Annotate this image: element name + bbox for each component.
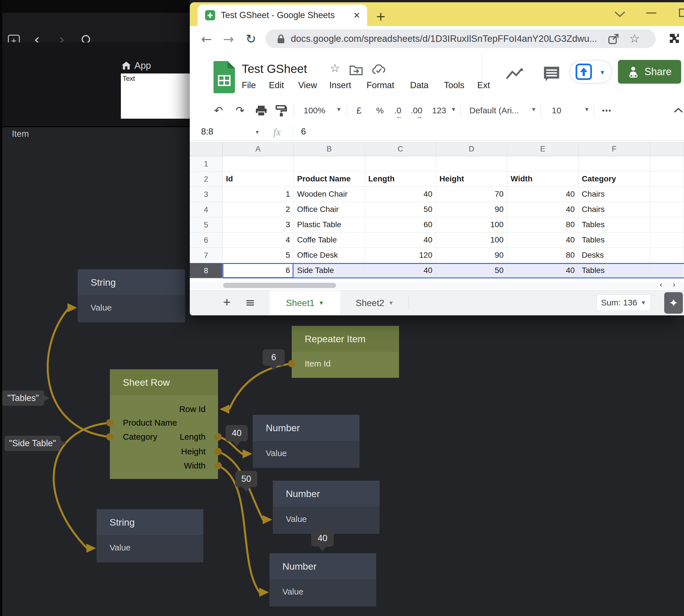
- comment-icon[interactable]: [543, 66, 560, 83]
- all-sheets-icon[interactable]: ≡: [245, 295, 255, 309]
- browser-reload-icon[interactable]: ↻: [246, 26, 256, 52]
- port-category[interactable]: Category: [123, 432, 157, 442]
- port-width[interactable]: Width: [184, 461, 206, 471]
- row-header-5[interactable]: 5: [190, 217, 223, 233]
- port-dot[interactable]: [214, 462, 222, 469]
- cell-A5[interactable]: 3: [223, 217, 294, 233]
- menu-format[interactable]: Format: [367, 80, 394, 90]
- paint-format-icon[interactable]: [276, 105, 287, 117]
- cell-G8[interactable]: [650, 263, 683, 278]
- cell-F5[interactable]: Tables: [578, 217, 650, 233]
- sheet-menu-caret-icon[interactable]: ▼: [319, 300, 324, 306]
- name-box[interactable]: 8:8: [201, 127, 213, 137]
- cell-G7[interactable]: [650, 248, 683, 263]
- cell-E4[interactable]: 40: [507, 202, 578, 217]
- url-field[interactable]: docs.google.com/spreadsheets/d/1D3IRuxIl…: [266, 29, 656, 48]
- move-to-folder-icon[interactable]: [350, 64, 363, 75]
- menu-extensions[interactable]: Ext: [477, 80, 490, 90]
- cell-F3[interactable]: Chairs: [578, 187, 650, 202]
- cell-B4[interactable]: Office Chair: [294, 202, 365, 217]
- more-toolbar-icon[interactable]: •••: [602, 103, 612, 118]
- cell-B5[interactable]: Plastic Table: [294, 217, 365, 233]
- zoom-caret-icon[interactable]: ▼: [336, 106, 342, 113]
- row-header-4[interactable]: 4: [190, 202, 223, 217]
- cell-C5[interactable]: 60: [365, 217, 436, 233]
- scrollbar-thumb[interactable]: [223, 283, 336, 288]
- cell-B1[interactable]: [294, 156, 365, 172]
- tab-close-icon[interactable]: ✕: [353, 10, 360, 20]
- node-number-3[interactable]: Number Value: [269, 553, 376, 607]
- sum-chip[interactable]: Sum: 136 ▼: [596, 294, 651, 311]
- cell-C3[interactable]: 40: [365, 187, 436, 202]
- cell-A2[interactable]: Id: [223, 172, 294, 187]
- cloud-saved-icon[interactable]: [372, 64, 386, 75]
- col-header-F[interactable]: F: [578, 142, 650, 156]
- format-percent-button[interactable]: %: [376, 103, 384, 118]
- cell-D2[interactable]: Height: [436, 172, 507, 187]
- cell-C7[interactable]: 120: [365, 248, 436, 263]
- cell-G4[interactable]: [650, 202, 683, 217]
- port-dot[interactable]: [214, 433, 222, 441]
- sheet-tab-sheet2[interactable]: Sheet2 ▼: [348, 290, 402, 315]
- formula-input[interactable]: 6: [301, 127, 306, 137]
- menu-data[interactable]: Data: [410, 80, 428, 90]
- cell-G6[interactable]: [650, 233, 683, 248]
- new-tab-icon[interactable]: +: [376, 7, 386, 26]
- horizontal-scrollbar[interactable]: ‹ ›: [190, 282, 684, 289]
- col-header-G[interactable]: [650, 142, 683, 156]
- cell-F7[interactable]: Desks: [578, 248, 650, 263]
- cell-G3[interactable]: [650, 187, 683, 202]
- app-root-item[interactable]: App: [121, 59, 151, 72]
- port-value[interactable]: Value: [266, 448, 287, 458]
- port-dot[interactable]: [106, 433, 114, 441]
- cell-B3[interactable]: Wooden Chair: [294, 187, 365, 202]
- sheets-logo[interactable]: [213, 61, 235, 93]
- menu-tools[interactable]: Tools: [444, 80, 464, 90]
- font-size-caret-icon[interactable]: ▼: [584, 106, 590, 113]
- row-header-1[interactable]: 1: [190, 156, 223, 172]
- font-size-select[interactable]: 10: [552, 103, 561, 118]
- cell-E8[interactable]: 40: [507, 263, 578, 278]
- port-dot[interactable]: [214, 448, 222, 455]
- cell-C2[interactable]: Length: [365, 172, 436, 187]
- present-dropdown-icon[interactable]: ▼: [599, 69, 606, 76]
- cell-A6[interactable]: 4: [223, 233, 294, 248]
- col-header-B[interactable]: B: [294, 142, 365, 156]
- cell-E5[interactable]: 80: [507, 217, 578, 233]
- col-header-D[interactable]: D: [436, 142, 507, 156]
- cell-B6[interactable]: Coffe Table: [294, 233, 365, 248]
- cell-E1[interactable]: [507, 156, 578, 172]
- cell-A7[interactable]: 5: [223, 248, 294, 263]
- browser-tab[interactable]: Test GSheet - Google Sheets ✕: [198, 4, 367, 26]
- window-minimize-icon[interactable]: [646, 13, 656, 14]
- cell-A1[interactable]: [223, 156, 294, 172]
- wire-category-to-string1[interactable]: [48, 309, 110, 437]
- sheet-tab-sheet1[interactable]: Sheet1 ▼: [270, 290, 340, 315]
- cell-B7[interactable]: Office Desk: [294, 248, 365, 263]
- explore-sparkle-icon[interactable]: ✦: [664, 292, 683, 314]
- document-title[interactable]: Test GSheet: [242, 62, 307, 76]
- scroll-left-icon[interactable]: ‹: [660, 280, 662, 289]
- cell-D6[interactable]: 100: [436, 233, 507, 248]
- cell-F4[interactable]: Chairs: [578, 202, 650, 217]
- cell-C4[interactable]: 50: [365, 202, 436, 217]
- cell-G2[interactable]: [650, 172, 683, 187]
- port-row-id[interactable]: Row Id: [179, 404, 206, 414]
- window-restore-down-icon[interactable]: [612, 10, 628, 18]
- cell-A8[interactable]: 6: [223, 263, 294, 278]
- menu-insert[interactable]: Insert: [329, 80, 351, 90]
- port-value[interactable]: Value: [110, 543, 131, 553]
- undo-icon[interactable]: ↶: [214, 103, 223, 118]
- row-header-8[interactable]: 8: [190, 263, 223, 278]
- zoom-select[interactable]: 100%: [303, 103, 325, 118]
- col-header-C[interactable]: C: [365, 142, 436, 156]
- window-maximize-icon[interactable]: [679, 8, 684, 17]
- browser-forward-icon[interactable]: →: [223, 26, 234, 52]
- node-repeater-item[interactable]: Repeater Item Item Id: [292, 326, 399, 378]
- port-item-id[interactable]: Item Id: [305, 358, 331, 369]
- menu-view[interactable]: View: [298, 80, 317, 90]
- node-number-1[interactable]: Number Value: [253, 415, 360, 468]
- cell-C8[interactable]: 40: [365, 263, 436, 278]
- browser-back-icon[interactable]: ←: [201, 26, 212, 52]
- cell-D1[interactable]: [436, 156, 507, 172]
